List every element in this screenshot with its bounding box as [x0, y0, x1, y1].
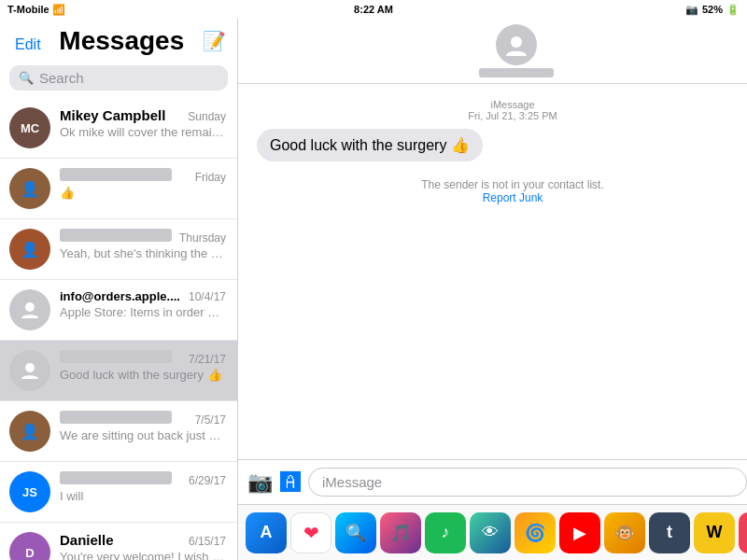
conv-time-danielle: 6/15/17 — [189, 535, 226, 548]
sidebar-title: Messages — [59, 26, 184, 56]
conv-preview-2: 👍 — [60, 186, 226, 200]
avatar-3: 👤 — [9, 229, 50, 270]
conv-preview-js: I will — [60, 489, 226, 503]
camera-button[interactable]: 📷 — [247, 470, 273, 495]
conv-time-orders: 10/4/17 — [189, 290, 226, 303]
spotify-dock-icon[interactable]: ♪ — [425, 512, 466, 553]
report-junk-link[interactable]: Report Junk — [483, 191, 543, 204]
conv-content-js: 6/29/17 I will — [60, 471, 226, 503]
w-dock-icon[interactable]: W — [694, 512, 735, 553]
chat-area: ⓘ iMessage Fri, Jul 21, 3:25 PM Good luc… — [238, 19, 747, 560]
conv-item-3[interactable]: 👤 Thursday Yeah, but she's thinking the … — [0, 219, 237, 280]
message-meta-time: Fri, Jul 21, 3:25 PM — [257, 110, 747, 121]
conv-name-selected-blurred — [60, 350, 172, 363]
search-bar[interactable]: 🔍 Search — [9, 65, 228, 91]
conv-content-selected: 7/21/17 Good luck with the surgery 👍 — [60, 350, 226, 382]
contact-avatar-large — [496, 24, 537, 65]
battery-icon: 🔋 — [726, 4, 740, 16]
report-junk-text: The sender is not in your contact list. — [257, 178, 747, 191]
avatar-orders — [9, 289, 50, 330]
avatar-danielle: D — [9, 532, 50, 560]
conv-preview-3: Yeah, but she's thinking the ra... — [60, 246, 226, 260]
conv-content-3: Thursday Yeah, but she's thinking the ra… — [60, 229, 226, 260]
conv-item-2[interactable]: 👤 Friday 👍 — [0, 159, 237, 219]
sidebar-header: Edit Messages 📝 — [0, 19, 237, 60]
conv-name-3-blurred — [60, 229, 172, 242]
search-input[interactable]: Search — [39, 70, 84, 86]
battery-percent: 52% — [702, 4, 723, 15]
contact-name-blurred — [479, 68, 554, 77]
appstore-dock-icon[interactable]: A — [246, 512, 287, 553]
status-bar: T-Mobile 📶 8:22 AM 📷 52% 🔋 — [0, 0, 747, 19]
conv-name-danielle: Danielle — [60, 532, 114, 548]
health-dock-icon[interactable]: ❤ — [290, 512, 331, 553]
chat-input-area: 📷 🅰 iMessage 🎤 — [238, 459, 747, 504]
sidebar: Edit Messages 📝 🔍 Search MC Mikey Campbe… — [0, 19, 238, 560]
app-container: Edit Messages 📝 🔍 Search MC Mikey Campbe… — [0, 19, 747, 560]
conv-name-orders: info@orders.apple.... — [60, 289, 180, 303]
chat-messages: iMessage Fri, Jul 21, 3:25 PM Good luck … — [238, 84, 747, 459]
message-bubble-container: Good luck with the surgery 👍 — [257, 129, 747, 161]
carrier-signal: T-Mobile 📶 — [7, 4, 65, 16]
conv-content-danielle: Danielle 6/15/17 You're very welcome! I … — [60, 532, 226, 560]
avatar-5: 👤 — [9, 411, 50, 452]
avatar-mikey: MC — [9, 107, 50, 148]
conv-item-5[interactable]: 👤 7/5/17 We are sitting out back just co… — [0, 401, 237, 462]
message-meta: iMessage Fri, Jul 21, 3:25 PM — [257, 99, 747, 121]
conv-preview-mikey: Ok mike will cover the remainder — [60, 125, 226, 139]
chat-header: ⓘ — [238, 19, 747, 84]
compose-button[interactable]: 📝 — [203, 30, 226, 52]
youtube-dock-icon[interactable]: ▶ — [559, 512, 600, 553]
conv-preview-selected: Good luck with the surgery 👍 — [60, 368, 226, 382]
battery-area: 📷 52% 🔋 — [685, 4, 740, 16]
pocket-dock-icon[interactable]: P — [739, 512, 747, 553]
svg-point-1 — [25, 363, 35, 372]
conv-content-orders: info@orders.apple.... 10/4/17 Apple Stor… — [60, 289, 226, 319]
conv-preview-orders: Apple Store: Items in order W5... — [60, 305, 226, 319]
search-icon: 🔍 — [19, 71, 34, 85]
app-dock: A ❤ 🔍 🎵 ♪ 👁 🌀 ▶ 🐵 — [238, 504, 747, 560]
svg-point-2 — [511, 36, 522, 48]
conv-time-selected: 7/21/17 — [189, 353, 226, 366]
conversation-list: MC Mikey Campbell Sunday Ok mike will co… — [0, 98, 237, 560]
apps-button[interactable]: 🅰 — [280, 470, 301, 495]
bluetooth-icon: 📷 — [685, 4, 698, 16]
conv-content-5: 7/5/17 We are sitting out back just come… — [60, 411, 226, 442]
conv-time-js: 6/29/17 — [189, 474, 226, 487]
imessage-input[interactable]: iMessage — [308, 468, 747, 497]
eye-dock-icon[interactable]: 👁 — [470, 512, 511, 553]
conv-item-mikey[interactable]: MC Mikey Campbell Sunday Ok mike will co… — [0, 98, 237, 159]
conv-time-5: 7/5/17 — [195, 413, 226, 427]
report-junk-area: The sender is not in your contact list. … — [257, 178, 747, 204]
search-dock-icon[interactable]: 🔍 — [335, 512, 376, 553]
conv-time-3: Thursday — [179, 231, 226, 245]
conv-item-selected[interactable]: 7/21/17 Good luck with the surgery 👍 — [0, 341, 237, 401]
conv-name-mikey: Mikey Campbell — [60, 107, 165, 123]
monkey-dock-icon[interactable]: 🐵 — [604, 512, 645, 553]
conv-preview-5: We are sitting out back just come in — [60, 428, 226, 442]
conv-content-2: Friday 👍 — [60, 168, 226, 200]
edit-button[interactable]: Edit — [15, 29, 41, 53]
message-meta-service: iMessage — [257, 99, 747, 110]
avatar-js: JS — [9, 471, 50, 512]
conv-time-2: Friday — [195, 171, 226, 184]
music-dock-icon[interactable]: 🎵 — [380, 512, 421, 553]
svg-point-0 — [25, 302, 35, 312]
message-bubble: Good luck with the surgery 👍 — [257, 129, 483, 161]
conv-preview-danielle: You're very welcome! I wish you — [60, 550, 226, 560]
conv-item-js[interactable]: JS 6/29/17 I will — [0, 462, 237, 523]
tumblr-dock-icon[interactable]: t — [649, 512, 690, 553]
avatar-selected — [9, 350, 50, 391]
conv-item-orders[interactable]: info@orders.apple.... 10/4/17 Apple Stor… — [0, 280, 237, 341]
avatar-2: 👤 — [9, 168, 50, 209]
conv-name-5-blurred — [60, 411, 172, 424]
conv-item-danielle[interactable]: D Danielle 6/15/17 You're very welcome! … — [0, 523, 237, 560]
conv-name-2-blurred — [60, 168, 172, 181]
conv-time-mikey: Sunday — [188, 110, 226, 123]
conv-name-js-blurred — [60, 471, 172, 484]
conv-content-mikey: Mikey Campbell Sunday Ok mike will cover… — [60, 107, 226, 139]
chat-contact-center — [277, 24, 747, 77]
clock: 8:22 AM — [354, 4, 393, 15]
swirl-dock-icon[interactable]: 🌀 — [514, 512, 556, 553]
